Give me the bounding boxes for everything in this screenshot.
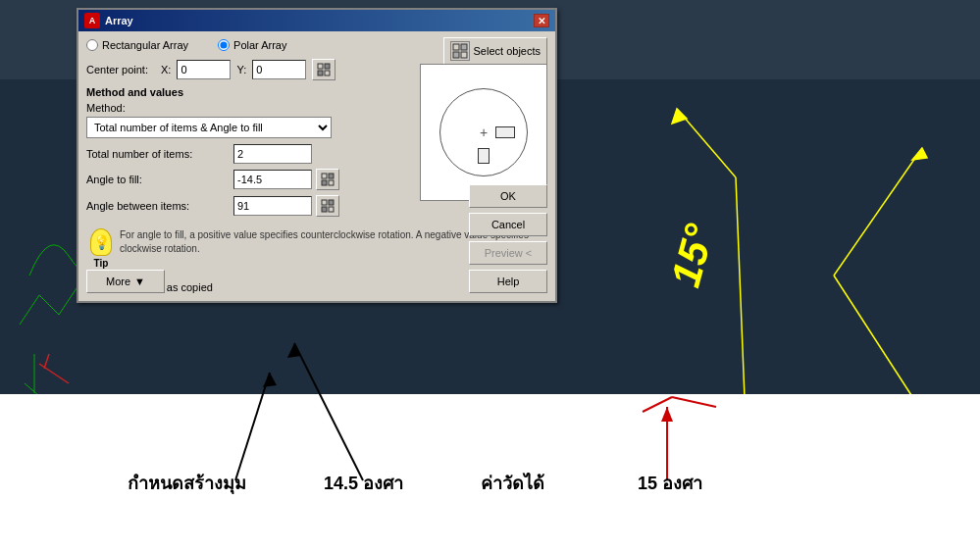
svg-line-4 [44, 354, 49, 369]
tip-bulb-icon: 💡 [90, 228, 112, 256]
tip-icon-wrapper: 💡 Tip [90, 228, 112, 269]
x-input[interactable] [177, 60, 231, 79]
svg-line-3 [39, 364, 69, 383]
polar-label: Polar Array [233, 39, 286, 51]
angle-to-fill-label: Angle to fill: [86, 174, 233, 185]
preview-button[interactable]: Preview < [469, 241, 547, 265]
svg-marker-12 [912, 148, 927, 160]
svg-rect-18 [318, 64, 323, 69]
dialog-title: Array [105, 15, 133, 26]
svg-rect-19 [325, 64, 330, 69]
svg-text:15°: 15° [662, 219, 723, 292]
preview-area: + [420, 64, 547, 201]
rectangular-radio[interactable] [86, 39, 98, 51]
rectangular-array-option[interactable]: Rectangular Array [86, 39, 188, 51]
svg-rect-22 [322, 174, 327, 178]
svg-rect-14 [453, 44, 459, 50]
y-label: Y: [236, 64, 246, 75]
dialog-buttons: OK Cancel Preview < Help [469, 184, 547, 293]
ok-button[interactable]: OK [469, 184, 547, 208]
dialog-titlebar: A Array ✕ [78, 10, 555, 31]
svg-rect-26 [322, 200, 327, 205]
total-items-input[interactable] [233, 144, 312, 164]
thai-annotation-3: ค่าวัดได้ [481, 469, 544, 497]
svg-rect-24 [322, 180, 327, 185]
center-point-label: Center point: [86, 64, 155, 75]
polar-array-option[interactable]: Polar Array [218, 39, 286, 51]
svg-line-6 [736, 177, 746, 423]
svg-rect-16 [453, 52, 459, 58]
preview-object-1 [495, 126, 515, 138]
array-dialog: A Array ✕ Rectangular Array Polar Array [77, 8, 557, 303]
titlebar-title-area: A Array [84, 13, 133, 28]
cancel-button[interactable]: Cancel [469, 213, 547, 236]
angle-between-input[interactable] [233, 196, 312, 216]
more-button-area: More ▼ [86, 270, 165, 293]
select-objects-button[interactable]: Select objects [443, 37, 547, 65]
thai-annotation-4: 15 องศา [638, 469, 702, 497]
svg-line-9 [834, 148, 922, 276]
polar-radio[interactable] [218, 39, 230, 51]
svg-rect-21 [325, 71, 330, 75]
svg-rect-17 [461, 52, 467, 58]
x-label: X: [161, 64, 171, 75]
svg-rect-23 [329, 174, 334, 178]
more-label: More [106, 276, 130, 287]
tip-label: Tip [94, 258, 109, 269]
rectangular-label: Rectangular Array [102, 39, 188, 51]
pick-center-button[interactable] [312, 59, 335, 80]
select-icon [450, 41, 470, 61]
svg-rect-15 [461, 44, 467, 50]
thai-annotation-1: กำหนดสร้างมุม [128, 469, 246, 497]
select-objects-label: Select objects [474, 45, 541, 57]
center-cross-icon: + [480, 125, 488, 140]
svg-rect-29 [329, 207, 334, 212]
angle-between-label: Angle between items: [86, 200, 233, 212]
app-icon: A [84, 13, 100, 28]
pick-angle-button[interactable] [316, 169, 339, 190]
help-button[interactable]: Help [469, 270, 547, 293]
thai-annotation-2: 14.5 องศา [324, 469, 403, 497]
preview-circle: + [439, 88, 528, 176]
close-button[interactable]: ✕ [534, 14, 549, 27]
angle-to-fill-input[interactable] [233, 170, 312, 189]
svg-rect-25 [329, 180, 334, 185]
total-items-label: Total number of items: [86, 148, 233, 160]
svg-line-5 [677, 109, 736, 177]
svg-rect-28 [322, 207, 327, 212]
svg-rect-20 [318, 71, 323, 75]
svg-marker-7 [672, 109, 687, 124]
y-input[interactable] [252, 60, 306, 79]
pick-angle-between-button[interactable] [316, 195, 339, 217]
method-select[interactable]: Total number of items & Angle to fill To… [86, 117, 332, 138]
svg-rect-27 [329, 200, 334, 205]
more-button[interactable]: More ▼ [86, 270, 165, 293]
preview-object-2 [478, 148, 490, 164]
more-chevron-icon: ▼ [134, 276, 145, 287]
